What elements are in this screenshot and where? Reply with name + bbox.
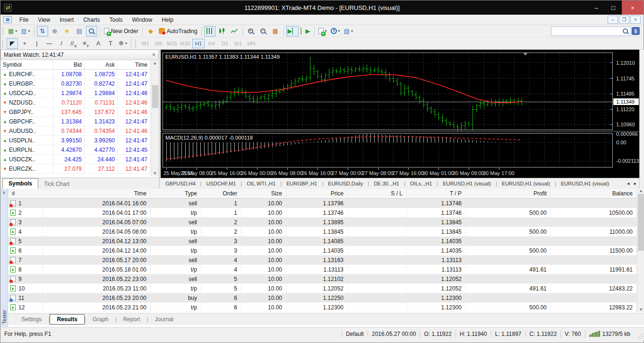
scroll-down-icon[interactable]: ▼ <box>639 308 643 313</box>
market-watch-row[interactable]: ▲USDCAD..1.298741.2988412:41:46 <box>0 88 159 98</box>
vertical-line-tool[interactable]: | <box>31 38 43 49</box>
scroll-right-icon[interactable]: ► <box>633 181 637 186</box>
text-tool[interactable]: A <box>93 38 104 49</box>
results-row[interactable]: 82016.05.18 01:00t/p410.001.131131.13113… <box>8 265 637 274</box>
notification-badge[interactable]: 5 <box>632 27 640 35</box>
line-chart-button[interactable] <box>229 26 240 36</box>
bar-chart-button[interactable] <box>204 26 215 36</box>
equidistant-channel-tool[interactable]: //E <box>68 38 79 49</box>
candlestick-chart-button[interactable] <box>216 26 228 36</box>
menu-item-view[interactable]: View <box>33 15 55 25</box>
scroll-down-icon[interactable]: ▼ <box>153 170 157 176</box>
results-row[interactable]: 12016.04.01 16:00sell110.001.137961.1374… <box>8 199 637 208</box>
strategy-tester-toggle[interactable] <box>86 26 97 36</box>
results-scrollbar[interactable]: ▲ ▼ <box>637 189 644 313</box>
tab-results[interactable]: Results <box>50 314 84 325</box>
menu-item-charts[interactable]: Charts <box>78 15 104 25</box>
tab-settings[interactable]: Settings <box>15 315 48 324</box>
scroll-up-icon[interactable]: ▲ <box>153 60 157 66</box>
market-watch-row[interactable]: ▼AUDUSD..0.743440.7435412:41:46 <box>0 126 159 136</box>
market-watch-row[interactable]: ▲GBPCHF..1.313841.3142312:41:47 <box>0 117 159 126</box>
market-watch-row[interactable]: ▲EURPLN..4.426704.4277012:41:45 <box>0 145 159 155</box>
new-chart-button[interactable]: ▦▾ <box>7 26 18 36</box>
data-window-toggle[interactable]: ⊕ <box>49 26 60 36</box>
results-row[interactable]: 52016.04.12 13:00sell310.001.140851.1403… <box>8 237 637 246</box>
market-watch-toggle[interactable]: ⇅ <box>37 26 48 36</box>
results-row[interactable]: 42016.04.05 08:00t/p210.001.138451.13845… <box>8 227 637 237</box>
minimize-button[interactable]: – <box>588 0 605 15</box>
search-icon[interactable] <box>623 28 628 34</box>
autotrading-button[interactable]: AutoTrading <box>157 26 199 36</box>
market-watch-row[interactable]: ▼EURCZK..27.07927.11212:41:47 <box>0 164 159 174</box>
results-row[interactable]: 32016.04.05 07:00sell210.001.138951.1384… <box>8 218 637 227</box>
market-watch-scrollbar[interactable]: ▲ ▼ <box>151 60 159 176</box>
timeframe-w1[interactable]: W1 <box>232 39 244 48</box>
close-button[interactable]: × <box>622 0 644 15</box>
menu-item-window[interactable]: Window <box>128 15 157 25</box>
tab-symbols[interactable]: Symbols <box>2 178 38 189</box>
price-chart[interactable]: 1.120101.117451.114851.112201.109600.000… <box>161 50 639 178</box>
chart-shift-toggle[interactable]: ▏▶ <box>300 26 312 36</box>
scroll-left-icon[interactable]: ◄ <box>626 181 630 186</box>
chart-tab[interactable]: EURUSD,H1 (visual) <box>497 181 555 186</box>
results-row[interactable]: 72016.05.17 20:00sell410.001.131631.1311… <box>8 255 637 265</box>
periods-button[interactable]: ▾ <box>329 26 342 36</box>
resize-grip[interactable] <box>637 332 644 339</box>
zoom-in-button[interactable] <box>245 26 257 36</box>
market-watch-row[interactable]: ▼NZDUSD..0.711200.7113112:41:46 <box>0 98 159 107</box>
tab-report[interactable]: Report <box>116 315 146 324</box>
menu-item-file[interactable]: File <box>15 15 33 25</box>
profiles-button[interactable]: ▥▾ <box>19 26 31 36</box>
scroll-thumb[interactable] <box>152 85 158 108</box>
timeframe-m30[interactable]: M30 <box>179 39 191 48</box>
chart-tab[interactable]: EURUSD,H1 (visual) <box>556 181 614 186</box>
market-watch-row[interactable]: ▲USDCZK..24.42524.44012:41:47 <box>0 155 159 164</box>
chart-tab[interactable]: DE.30..,H1 <box>369 181 404 186</box>
maximize-button[interactable]: □ <box>605 0 622 15</box>
navigator-toggle[interactable]: ★ <box>61 26 73 36</box>
menu-item-tools[interactable]: Tools <box>105 15 128 25</box>
timeframe-h4[interactable]: H4 <box>206 39 218 48</box>
market-watch-row[interactable]: ▲USDPLN..3.991503.9926012:41:47 <box>0 136 159 145</box>
menu-item-insert[interactable]: Insert <box>55 15 78 25</box>
market-watch-row[interactable]: ▲EURGBP..0.827300.8274212:41:47 <box>0 79 159 88</box>
new-order-button[interactable]: New Order <box>103 26 140 36</box>
status-profile[interactable]: Default <box>346 331 364 337</box>
metaeditor-button[interactable]: ◆ <box>145 26 156 36</box>
results-row[interactable]: 122016.05.23 21:00t/p610.001.123001.1230… <box>8 303 637 312</box>
market-watch-close-icon[interactable]: × <box>152 52 155 58</box>
zoom-out-button[interactable] <box>258 26 269 36</box>
chart-tab[interactable]: EURGBP.,H1 <box>282 181 322 186</box>
timeframe-mn[interactable]: MN <box>245 39 258 48</box>
templates-button[interactable]: ▧▾ <box>343 26 354 36</box>
timeframe-m5[interactable]: M5 <box>153 39 165 48</box>
auto-scroll-toggle[interactable]: ▶▏ <box>286 26 299 36</box>
chart-tab[interactable]: OIL.WTI.,H1 <box>242 181 280 186</box>
scroll-thumb[interactable] <box>638 194 644 251</box>
chart-tab[interactable]: EURUSD,Daily <box>323 181 368 186</box>
trendline-tool[interactable]: / <box>56 38 67 49</box>
timeframe-m15[interactable]: M15 <box>166 39 178 48</box>
chart-tab[interactable]: USDCHF,M1 <box>201 181 240 186</box>
menu-item-help[interactable]: Help <box>157 15 178 25</box>
text-label-tool[interactable]: T <box>105 38 116 49</box>
tab-tick-chart[interactable]: Tick Chart <box>38 179 75 189</box>
search-input[interactable] <box>551 26 631 36</box>
tab-graph[interactable]: Graph <box>86 315 115 324</box>
mdi-restore-button[interactable]: ❐ <box>619 16 629 24</box>
market-watch-row[interactable]: ▼GBPJPY..137.645137.67212:41:46 <box>0 107 159 117</box>
results-row[interactable]: 92016.05.22 23:00sell510.001.121021.1205… <box>8 274 637 284</box>
results-row[interactable]: 102016.05.23 11:00t/p510.001.120521.1205… <box>8 284 637 293</box>
chart-tab[interactable]: GBPUSD,H4 <box>161 181 200 186</box>
cursor-tool[interactable]: ◤ <box>7 38 18 49</box>
chart-tab[interactable]: OILs..,H1 <box>405 181 437 186</box>
tester-close-icon[interactable]: × <box>3 190 6 195</box>
market-watch-row[interactable]: ▲EURCHF..1.087081.0872512:41:47 <box>0 70 159 79</box>
chart-system-menu-icon[interactable]: ▦ <box>3 16 12 23</box>
horizontal-line-tool[interactable]: — <box>43 38 55 49</box>
mdi-minimize-button[interactable]: – <box>608 16 618 24</box>
results-row[interactable]: 62016.04.12 14:00t/p310.001.140351.14035… <box>8 246 637 255</box>
indicators-button[interactable]: ▾ <box>317 26 328 36</box>
timeframe-h1[interactable]: H1 <box>192 39 205 48</box>
fibonacci-tool[interactable]: ≡F <box>80 38 92 49</box>
